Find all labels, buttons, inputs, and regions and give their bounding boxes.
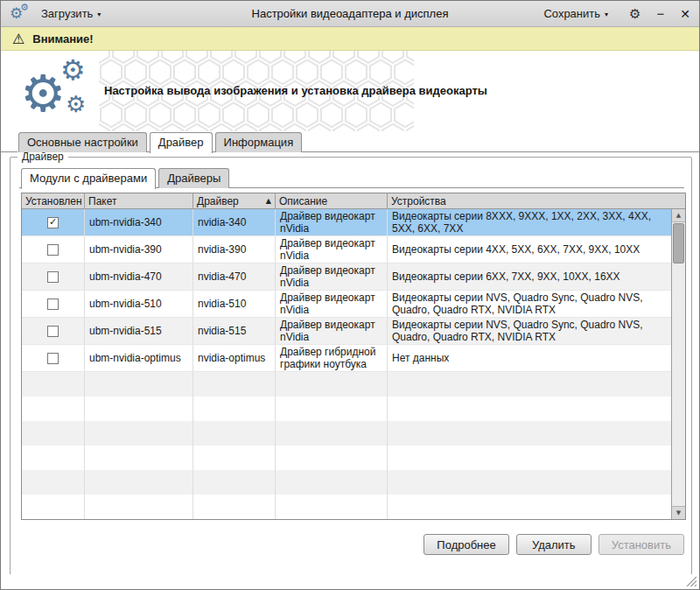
empty-row [22, 421, 671, 446]
scrollbar-thumb[interactable] [673, 223, 684, 263]
installed-checkbox[interactable]: ✓ [47, 217, 59, 228]
chevron-down-icon: ▾ [97, 11, 101, 18]
cell-description: Драйвер видеокарт nVidia [276, 318, 388, 344]
cell-package: ubm-nvidia-470 [85, 263, 193, 290]
empty-row [22, 372, 671, 397]
table-row[interactable]: ubm-nvidia-515 nvidia-515 Драйвер видеок… [22, 318, 671, 345]
app-logo-gears-icon: ⚙ ⚙ [10, 4, 31, 24]
tab-driver-modules[interactable]: Модули с драйверами [21, 168, 156, 189]
details-button[interactable]: Подробнее [424, 534, 508, 555]
load-button-label: Загрузить [41, 7, 93, 20]
driver-tabstrip: Модули с драйверами Драйверы [19, 168, 684, 188]
table-body: ✓ ubm-nvidia-340 nvidia-340 Драйвер виде… [22, 209, 685, 519]
page-subtitle: Настройка вывода изображения и установка… [104, 84, 487, 97]
column-header-driver[interactable]: Драйвер ▲ [193, 193, 276, 208]
column-header-devices[interactable]: Устройства [388, 193, 685, 208]
titlebar: ⚙ ⚙ Загрузить ▾ Настройки видеоадаптера … [1, 1, 699, 27]
install-button[interactable]: Установить [598, 534, 684, 555]
cell-devices: Видеокарты серии 6XX, 7XX, 9XX, 10XX, 16… [388, 263, 671, 290]
cell-driver: nvidia-390 [193, 236, 276, 263]
chevron-down-icon: ▾ [605, 11, 608, 18]
empty-row [22, 397, 671, 421]
empty-row [22, 446, 671, 470]
minimize-button[interactable]: − [657, 7, 665, 20]
installed-checkbox[interactable] [47, 353, 59, 364]
cell-description: Драйвер видеокарт nVidia [276, 236, 388, 263]
table-row[interactable]: ✓ ubm-nvidia-340 nvidia-340 Драйвер виде… [22, 209, 671, 236]
driver-modules-table: Установлен Пакет Драйвер ▲ Описание Устр… [21, 193, 686, 520]
load-button[interactable]: Загрузить ▾ [36, 4, 106, 23]
cell-driver: nvidia-340 [193, 209, 276, 235]
gear-icon: ⚙ [66, 93, 86, 116]
cell-driver: nvidia-470 [193, 263, 276, 290]
cell-description: Драйвер видеокарт nVidia [276, 209, 388, 235]
close-button[interactable]: ✕ [680, 8, 690, 20]
cell-driver: nvidia-510 [193, 291, 276, 317]
page-header: ⚙ ⚙ ⚙ Настройка вывода изображения и уст… [1, 51, 699, 131]
cell-description: Драйвер видеокарт nVidia [276, 291, 388, 317]
warning-icon: ⚠ [12, 31, 24, 47]
installed-checkbox[interactable] [47, 299, 59, 310]
table-row[interactable]: ubm-nvidia-390 nvidia-390 Драйвер видеок… [22, 236, 671, 263]
main-tabstrip: Основные настройки Драйвер Информация [1, 131, 699, 152]
tab-drivers[interactable]: Драйверы [158, 168, 229, 188]
installed-checkbox[interactable] [47, 326, 59, 337]
empty-row [22, 495, 671, 519]
table-row[interactable]: ubm-nvidia-optimus nvidia-optimus Драйве… [22, 345, 671, 372]
cell-devices: Нет данных [388, 345, 671, 371]
app-window: ⚙ ⚙ Загрузить ▾ Настройки видеоадаптера … [0, 0, 700, 590]
statusbar [1, 574, 699, 589]
cell-devices: Видеокарты серии 8XXX, 9XXX, 1XX, 2XX, 3… [388, 209, 671, 235]
tab-main-settings[interactable]: Основные настройки [18, 132, 147, 152]
column-header-package[interactable]: Пакет [85, 193, 193, 208]
cell-description: Драйвер видеокарт nVidia [276, 263, 388, 290]
cell-devices: Видеокарты серии NVS, Quadro Sync, Quadr… [388, 318, 671, 344]
cell-devices: Видеокарты серии 4XX, 5XX, 6XX, 7XX, 9XX… [388, 236, 671, 263]
warning-banner: ⚠ Внимание! [1, 27, 699, 51]
gear-icon: ⚙ [60, 56, 86, 84]
table-row[interactable]: ubm-nvidia-510 nvidia-510 Драйвер видеок… [22, 291, 671, 318]
cell-package: ubm-nvidia-optimus [85, 345, 193, 371]
scroll-down-button[interactable]: ▼ [672, 506, 685, 519]
gear-icon: ⚙ [20, 3, 29, 12]
cell-description: Драйвер гибридной графики ноутбука [276, 345, 388, 371]
cell-package: ubm-nvidia-340 [85, 209, 193, 235]
gears-app-icon: ⚙ ⚙ ⚙ [20, 58, 99, 130]
table-header: Установлен Пакет Драйвер ▲ Описание Устр… [22, 193, 685, 209]
cell-package: ubm-nvidia-515 [85, 318, 193, 344]
cell-driver: nvidia-optimus [193, 345, 276, 371]
driver-groupbox: Драйвер Модули с драйверами Драйверы Уст… [10, 157, 692, 575]
tab-information[interactable]: Информация [215, 132, 303, 152]
vertical-scrollbar[interactable]: ▲ ▼ [671, 209, 685, 519]
save-button[interactable]: Сохранить ▾ [538, 4, 613, 23]
column-header-installed[interactable]: Установлен [22, 193, 85, 208]
cell-package: ubm-nvidia-390 [85, 236, 193, 263]
check-icon: ✓ [49, 217, 57, 227]
resize-grip[interactable] [686, 576, 696, 586]
cell-package: ubm-nvidia-510 [85, 291, 193, 317]
gear-icon: ⚙ [20, 68, 66, 119]
table-row[interactable]: ubm-nvidia-470 nvidia-470 Драйвер видеок… [22, 263, 671, 291]
settings-gear-icon[interactable]: ⚙ [629, 6, 640, 22]
action-buttons: Подробнее Удалить Установить [424, 534, 684, 555]
cell-devices: Видеокарты серии NVS, Quadro Sync, Quadr… [388, 291, 671, 317]
warning-text: Внимание! [32, 32, 93, 46]
scroll-up-button[interactable]: ▲ [672, 209, 685, 222]
remove-button[interactable]: Удалить [516, 534, 592, 555]
column-header-description[interactable]: Описание [276, 193, 388, 208]
cell-driver: nvidia-515 [193, 318, 276, 344]
installed-checkbox[interactable] [47, 244, 59, 256]
groupbox-label: Драйвер [18, 151, 68, 163]
save-button-label: Сохранить [543, 7, 600, 20]
sort-asc-icon: ▲ [261, 197, 271, 205]
empty-row [22, 470, 671, 495]
tab-driver[interactable]: Драйвер [150, 132, 213, 153]
installed-checkbox[interactable] [47, 271, 59, 283]
